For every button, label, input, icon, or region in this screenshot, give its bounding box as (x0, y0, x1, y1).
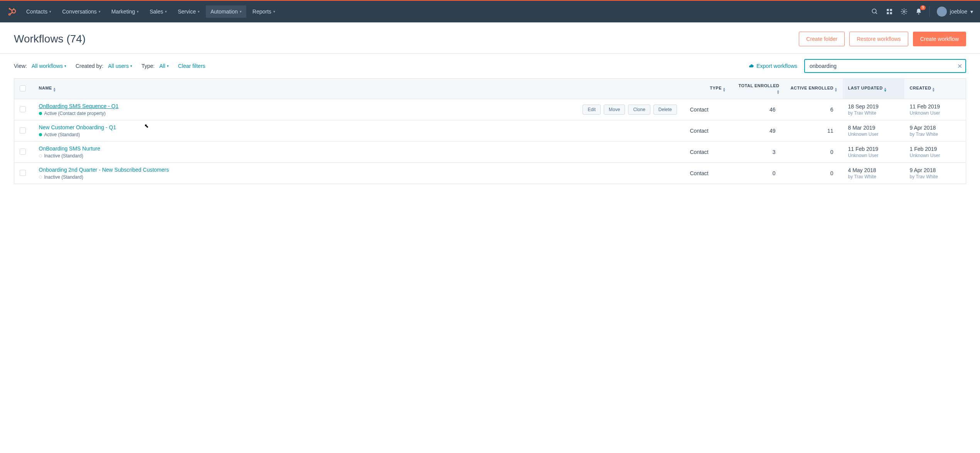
svg-rect-11 (890, 12, 892, 14)
svg-point-13 (918, 14, 919, 15)
select-all-checkbox[interactable] (20, 85, 26, 91)
svg-rect-10 (887, 12, 889, 14)
svg-line-7 (876, 12, 877, 14)
svg-point-4 (9, 14, 10, 15)
clear-filters-link[interactable]: Clear filters (178, 63, 205, 69)
total-enrolled-value: 49 (731, 120, 785, 142)
chevron-down-icon: ▾ (64, 64, 66, 68)
active-enrolled-value: 11 (785, 120, 843, 142)
svg-point-5 (13, 8, 14, 9)
total-enrolled-value: 3 (731, 142, 785, 163)
search-icon[interactable] (871, 8, 879, 15)
workflow-type: Contact (685, 99, 731, 120)
chevron-down-icon: ▾ (273, 10, 275, 14)
created-by-filter[interactable]: All users▾ (108, 63, 132, 69)
created-cell: 11 Feb 2019Unknown User (904, 99, 966, 120)
svg-point-3 (9, 8, 10, 10)
notification-bell-icon[interactable]: 9 (915, 8, 923, 15)
clear-search-icon[interactable]: ✕ (957, 63, 962, 70)
export-workflows-link[interactable]: Export workflows (749, 63, 797, 69)
workflow-name-link[interactable]: OnBoarding SMS Nurture (39, 145, 572, 152)
view-label: View: (14, 63, 27, 69)
top-nav: Contacts▾Conversations▾Marketing▾Sales▾S… (0, 1, 980, 22)
workflow-status: Active (Contact date property) (39, 111, 572, 116)
nav-item-reports[interactable]: Reports▾ (248, 5, 280, 18)
settings-gear-icon[interactable] (900, 8, 908, 15)
filter-bar: View: All workflows▾ Created by: All use… (0, 54, 980, 78)
active-enrolled-value: 6 (785, 99, 843, 120)
delete-button[interactable]: Delete (653, 105, 677, 115)
username: joebloe (950, 8, 967, 15)
row-checkbox[interactable] (20, 170, 26, 176)
workflow-type: Contact (685, 163, 731, 184)
type-filter[interactable]: All▾ (159, 63, 169, 69)
workflows-table: NAME▴▾ TYPE▴▾ TOTAL ENROLLED▴▾ ACTIVE EN… (14, 78, 966, 184)
chevron-down-icon: ▾ (970, 8, 973, 15)
chevron-down-icon: ▾ (167, 64, 169, 68)
created-cell: 9 Apr 2018by Trav White (904, 163, 966, 184)
status-dot-icon (39, 112, 42, 115)
user-menu[interactable]: joebloe ▾ (937, 7, 973, 17)
move-button[interactable]: Move (604, 105, 625, 115)
last-updated-cell: 18 Sep 2019by Trav White (843, 99, 904, 120)
select-all-header[interactable] (14, 79, 34, 99)
restore-workflows-button[interactable]: Restore workflows (849, 32, 908, 46)
page-title: Workflows (74) (14, 33, 86, 45)
table-row: OnBoarding SMS Sequence - Q1Active (Cont… (14, 99, 966, 120)
chevron-down-icon: ▾ (130, 64, 132, 68)
type-column-header[interactable]: TYPE▴▾ (685, 79, 731, 99)
search-input[interactable] (804, 59, 966, 73)
table-row: Onboarding 2nd Quarter - New Subscribed … (14, 163, 966, 184)
workflow-status: Inactive (Standard) (39, 153, 572, 159)
cloud-download-icon (749, 63, 754, 69)
last-updated-cell: 4 May 2018by Trav White (843, 163, 904, 184)
chevron-down-icon: ▾ (99, 10, 101, 14)
nav-item-marketing[interactable]: Marketing▾ (107, 5, 143, 18)
created-cell: 1 Feb 2019Unknown User (904, 142, 966, 163)
workflow-status: Active (Standard) (39, 132, 572, 137)
chevron-down-icon: ▾ (137, 10, 139, 14)
last-updated-column-header[interactable]: LAST UPDATED▴▾ (843, 79, 904, 99)
nav-item-sales[interactable]: Sales▾ (145, 5, 172, 18)
svg-point-12 (903, 11, 905, 13)
marketplace-icon[interactable] (886, 8, 893, 15)
table-row: OnBoarding SMS NurtureInactive (Standard… (14, 142, 966, 163)
create-workflow-button[interactable]: Create workflow (913, 32, 966, 46)
nav-item-service[interactable]: Service▾ (173, 5, 204, 18)
page-header: Workflows (74) Create folder Restore wor… (0, 22, 980, 54)
workflow-type: Contact (685, 120, 731, 142)
nav-item-contacts[interactable]: Contacts▾ (22, 5, 56, 18)
edit-button[interactable]: Edit (583, 105, 601, 115)
status-dot-icon (39, 154, 42, 157)
row-checkbox[interactable] (20, 127, 26, 134)
chevron-down-icon: ▾ (198, 10, 200, 14)
workflow-name-link[interactable]: New Customer Onboarding - Q1 (39, 124, 572, 130)
clone-button[interactable]: Clone (628, 105, 650, 115)
workflow-name-link[interactable]: Onboarding 2nd Quarter - New Subscribed … (39, 167, 572, 173)
workflow-name-link[interactable]: OnBoarding SMS Sequence - Q1 (39, 103, 572, 109)
view-filter[interactable]: All workflows▾ (32, 63, 66, 69)
row-checkbox[interactable] (20, 106, 26, 112)
hubspot-logo-icon[interactable] (7, 7, 17, 17)
active-enrolled-value: 0 (785, 142, 843, 163)
created-cell: 9 Apr 2018by Trav White (904, 120, 966, 142)
created-column-header[interactable]: CREATED▴▾ (904, 79, 966, 99)
nav-item-automation[interactable]: Automation▾ (206, 5, 246, 18)
workflow-status: Inactive (Standard) (39, 174, 572, 180)
active-enrolled-value: 0 (785, 163, 843, 184)
last-updated-cell: 8 Mar 2019Unknown User (843, 120, 904, 142)
name-column-header[interactable]: NAME▴▾ (34, 79, 685, 99)
status-dot-icon (39, 133, 42, 136)
nav-item-conversations[interactable]: Conversations▾ (57, 5, 105, 18)
type-label: Type: (141, 63, 155, 69)
svg-point-6 (872, 9, 876, 13)
notification-badge: 9 (920, 5, 926, 10)
active-enrolled-column-header[interactable]: ACTIVE ENROLLED▴▾ (785, 79, 843, 99)
table-row: New Customer Onboarding - Q1Active (Stan… (14, 120, 966, 142)
row-checkbox[interactable] (20, 149, 26, 155)
svg-rect-9 (890, 9, 892, 11)
chevron-down-icon: ▾ (165, 10, 167, 14)
last-updated-cell: 11 Feb 2019Unknown User (843, 142, 904, 163)
create-folder-button[interactable]: Create folder (799, 32, 845, 46)
total-enrolled-column-header[interactable]: TOTAL ENROLLED▴▾ (731, 79, 785, 99)
